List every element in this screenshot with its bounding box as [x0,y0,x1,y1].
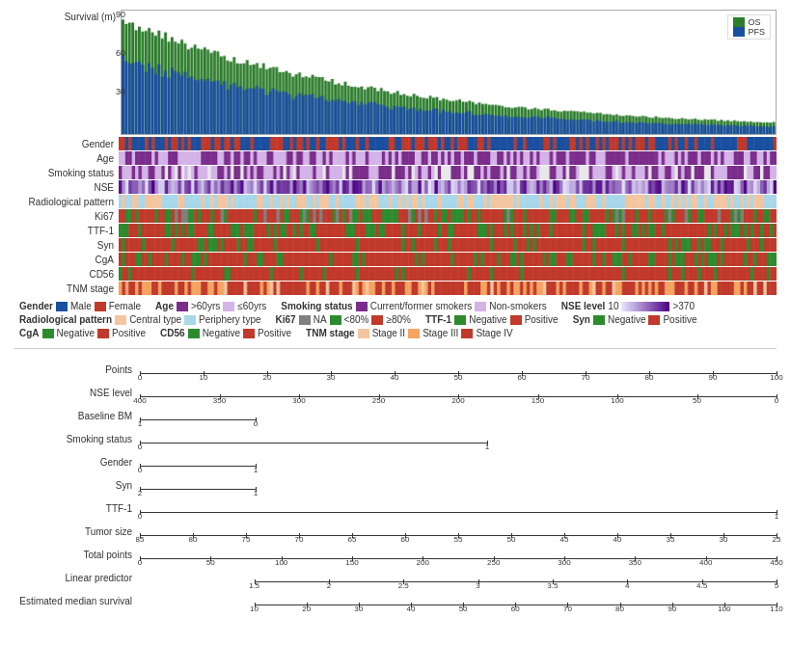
linear-predictor-row: Linear predictor 1.5 2 2.5 3 3.5 4 4.5 5 [14,567,777,588]
tnm-track: TNM stage [14,282,777,295]
baseline-bm-scale: 1 0 [140,405,256,426]
smoking-content [119,166,777,179]
age-gt60-label: >60yrs [191,301,220,311]
nse-370-label: >370 [672,301,695,311]
gender-legend-group: Gender Male Female [19,301,141,311]
stage2-label: Stage II [372,328,405,338]
cga-neg-label: Negative [57,328,95,338]
ki67-lt80-label: <80% [344,314,369,325]
syn-track: Syn [14,238,777,252]
ki67-label: Ki67 [14,211,119,222]
y-axis-title: Survival (m) [14,10,121,135]
age-gt60-swatch [177,302,188,311]
cd56-content [119,267,777,281]
syn-pos-label: Positive [663,314,696,325]
os-legend-item: OS [733,17,765,27]
smoking-track: Smoking status [14,166,777,179]
gender-legend-title: Gender [19,301,53,311]
main-container: Survival (m) 90 60 30 0 OS [0,0,791,623]
cd56-label: CD56 [14,269,119,280]
syn-nomo-scale: 2 1 [140,474,256,496]
legend-section: Gender Male Female Age >60yrs ≤60yrs Smo… [19,301,777,338]
nse-legend-group: NSE level 10 >370 [561,301,695,311]
points-scale: 0 10 20 30 40 50 60 70 80 90 100 [140,359,777,380]
ttf1-nomo-label: TTF-1 [14,503,140,514]
male-swatch [56,302,68,311]
gender-nomo-row: Gender 0 1 [14,451,777,472]
female-swatch [95,302,106,311]
syn-pos-swatch [648,315,660,325]
ki67-na-swatch [299,315,311,325]
nse-level-label: NSE level [14,388,140,398]
cd56-neg-swatch [188,329,200,338]
non-smoker-label: Non-smokers [489,301,546,311]
radio-legend-title: Radiological pattern [19,314,112,325]
syn-nomo-label: Syn [14,480,140,491]
pfs-legend-item: PFS [733,27,765,37]
nse-level-scale: 400 350 300 250 200 150 100 50 0 [140,382,777,403]
smoking-legend-group: Smoking status Current/former smokers No… [281,301,547,311]
ki67-track: Ki67 [14,209,777,223]
ki67-na-label: NA [314,314,327,325]
periphery-swatch [184,315,196,325]
age-le60-swatch [223,302,234,311]
age-legend-title: Age [155,301,174,311]
cd56-neg-label: Negative [203,328,240,338]
cga-pos-label: Positive [112,328,146,338]
y-tick-30: 30 [116,87,125,96]
cd56-track: CD56 [14,267,777,281]
linear-predictor-label: Linear predictor [14,573,140,583]
total-points-scale: 0 50 100 150 200 250 300 350 400 450 [140,544,777,565]
ki67-legend-group: Ki67 NA <80% ≥80% [276,314,411,325]
ttf1-label: TTF-1 [14,226,119,236]
cga-content [119,253,777,266]
radio-track: Radiological pattern [14,195,777,208]
smoking-label: Smoking status [14,168,119,178]
syn-legend-group: Syn Negative Positive [573,314,697,325]
nse-level-row: NSE level 400 350 300 250 200 150 100 50… [14,382,777,403]
smoking-status-row: Smoking status 0 1 [14,428,777,449]
cd56-legend-title: CD56 [160,328,185,338]
syn-nomo-row: Syn 2 1 [14,474,777,496]
tnm-content [119,282,777,295]
chart-legend: OS PFS [727,14,771,40]
points-label: Points [14,364,140,375]
nse-content [119,180,777,194]
ttf1-nomo-scale: 0 1 [140,497,777,519]
estimated-survival-row: Estimated median survival 10 20 30 40 50… [14,590,777,611]
tnm-legend-title: TNM stage [306,328,355,338]
nse-gradient-swatch [621,302,669,311]
age-label: Age [14,153,119,164]
periphery-label: Periphery type [199,314,260,325]
cd56-pos-swatch [243,329,255,338]
cga-track: CgA [14,253,777,266]
ttf1-content [119,224,777,237]
points-row: Points 0 10 20 30 40 50 60 70 80 90 100 [14,359,777,380]
age-legend-group: Age >60yrs ≤60yrs [155,301,266,311]
y-tick-60: 60 [116,48,125,58]
smoking-status-label: Smoking status [14,434,140,444]
cd56-pos-label: Positive [258,328,291,338]
nomogram-section: Points 0 10 20 30 40 50 60 70 80 90 100 … [14,359,777,611]
baseline-bm-label: Baseline BM [14,411,140,421]
syn-content [119,238,777,252]
gender-nomo-scale: 0 1 [140,451,256,472]
ki67-lt80-swatch [330,315,341,325]
tnm-legend-group: TNM stage Stage II Stage III Stage IV [306,328,513,338]
tumor-size-scale: 85 80 75 70 65 60 55 50 45 40 35 30 25 [140,521,777,542]
stage2-swatch [358,329,369,338]
cd56-legend-group: CD56 Negative Positive [160,328,291,338]
stage4-label: Stage IV [476,328,512,338]
tumor-size-row: Tumor size 85 80 75 70 65 60 55 50 45 40… [14,521,777,542]
tumor-size-label: Tumor size [14,526,140,537]
nse-label: NSE [14,182,119,193]
syn-legend-title: Syn [573,314,590,325]
cga-legend-title: CgA [19,328,40,338]
total-points-row: Total points 0 50 100 150 200 250 300 35… [14,544,777,565]
tracks-container: Gender Age Smoking status NSE [14,137,777,295]
age-le60-label: ≤60yrs [237,301,266,311]
central-label: Central type [129,314,181,325]
cga-label: CgA [14,255,119,265]
ttf1-neg-swatch [454,315,466,325]
cga-neg-swatch [42,329,54,338]
